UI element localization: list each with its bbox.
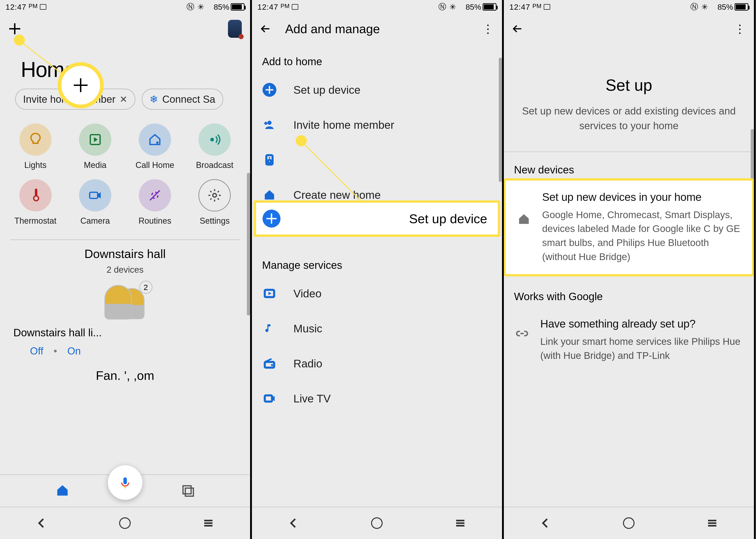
overflow-menu[interactable]: ⋮ [482,22,494,36]
row-speaker-group[interactable] [252,142,502,177]
video-icon [262,286,277,301]
add-manage-topbar: Add and manage ⋮ [252,14,502,44]
lightbulb-icon [28,132,43,147]
status-time: 12:47 [257,3,278,12]
row-label: Music [294,322,322,335]
tile-settings[interactable]: Settings [186,179,244,226]
tile-call-home[interactable]: Call Home [126,123,184,170]
plus-circle-icon [263,83,276,97]
overflow-menu[interactable]: ⋮ [734,22,746,36]
snowflake-icon: ❄ [150,93,158,105]
room-section: Downstairs hall 2 devices 2 Downstairs h… [0,240,250,383]
annotation-dot [14,35,25,45]
back-arrow-icon [260,23,271,34]
tile-lights[interactable]: Lights [6,123,64,170]
section-manage-services: Manage services [252,247,502,276]
nav-recents[interactable] [454,516,467,530]
tile-label: Settings [200,216,229,226]
tile-label: Camera [80,216,110,226]
chip-connect[interactable]: ❄ Connect Sa [142,89,223,110]
play-icon [88,132,103,147]
tile-thermostat[interactable]: Thermostat [6,179,64,226]
device-count-badge: 2 [139,281,152,294]
setup-topbar: ⋮ [504,14,754,44]
mic-icon [118,476,132,490]
svg-rect-10 [185,488,193,496]
on-button[interactable]: On [67,345,81,357]
nav-home[interactable] [370,516,384,530]
tile-broadcast[interactable]: Broadcast [186,123,244,170]
nav-home[interactable] [118,516,132,530]
back-button[interactable] [512,23,523,34]
row-label: Video [294,287,321,300]
live-tv-icon [262,391,277,406]
battery-indicator: 85% [214,3,245,12]
row-live-tv[interactable]: Live TV [252,381,502,416]
battery-indicator: 85% [465,3,496,12]
card-title: Have something already set up? [540,317,744,330]
card-description: Google Home, Chromecast, Smart Displays,… [542,208,742,264]
svg-rect-9 [183,486,191,494]
device-group-label: Downstairs hall li... [13,326,250,339]
row-video[interactable]: Video [252,276,502,311]
scrollbar[interactable] [247,173,250,316]
status-bar: 12:47 PM Ⓝ ✳ 85% [0,0,250,14]
nav-back[interactable] [539,516,552,530]
svg-point-1 [156,141,159,144]
tab-home[interactable] [55,484,69,498]
setup-title: Set up [504,76,754,95]
tile-routines[interactable]: Routines [126,179,184,226]
room-device-count: 2 devices [0,265,250,275]
svg-point-14 [267,121,272,125]
annotation-dot [296,135,307,146]
row-music[interactable]: Music [252,311,502,346]
home-icon [516,213,532,225]
status-meridiem: PM [29,3,38,10]
device-avatar[interactable] [228,20,242,38]
svg-rect-3 [90,193,98,198]
home-icon [262,188,277,202]
scrollbar[interactable] [499,58,502,182]
android-nav-bar [504,507,754,539]
close-icon[interactable]: ✕ [120,94,127,105]
tab-feed[interactable] [181,484,195,498]
device-bulbs[interactable]: 2 [102,285,148,320]
status-time: 12:47 [509,3,530,12]
status-time: 12:47 [6,3,26,12]
battery-percent: 85% [214,3,229,12]
row-invite-member[interactable]: Invite home member [252,107,502,142]
tile-media[interactable]: Media [66,123,124,170]
nav-back[interactable] [287,516,300,530]
panel-add-and-manage: 12:47 PM Ⓝ ✳ 85% Add and manage ⋮ Add to… [252,0,504,539]
card-setup-new-devices[interactable]: Set up new devices in your home Google H… [506,181,752,274]
back-button[interactable] [260,23,271,34]
row-label: Invite home member [294,118,394,131]
card-link-existing[interactable]: Have something already set up? Link your… [504,307,754,373]
battery-percent: 85% [717,3,733,12]
row-label: Radio [294,357,322,370]
setup-description: Set up new devices or add existing devic… [504,95,754,152]
off-button[interactable]: Off [30,345,43,357]
suggestion-chips: Invite home member ✕ ❄ Connect Sa [0,89,250,110]
nav-recents[interactable] [202,516,215,530]
row-radio[interactable]: Radio [252,346,502,381]
back-arrow-icon [512,23,523,34]
nfc-icon: Ⓝ [690,2,698,12]
row-set-up-device[interactable]: Set up device [252,72,502,107]
tile-camera[interactable]: Camera [66,179,124,226]
tile-label: Media [84,160,107,170]
notification-icon [40,4,46,10]
status-meridiem: PM [281,3,290,10]
card-title: Set up new devices in your home [542,191,742,203]
shortcut-grid: Lights Media Call Home Broadcast Thermos… [0,110,250,230]
speaker-icon [262,152,277,167]
bluetooth-icon: ✳ [450,2,456,12]
plus-circle-icon [263,210,281,228]
thermostat-icon [28,188,43,203]
nav-back[interactable] [35,516,48,530]
nav-home[interactable] [622,516,636,530]
voice-fab[interactable] [108,465,142,500]
chip-label: Connect Sa [162,94,215,105]
nav-recents[interactable] [705,516,719,530]
add-button[interactable] [8,22,21,35]
